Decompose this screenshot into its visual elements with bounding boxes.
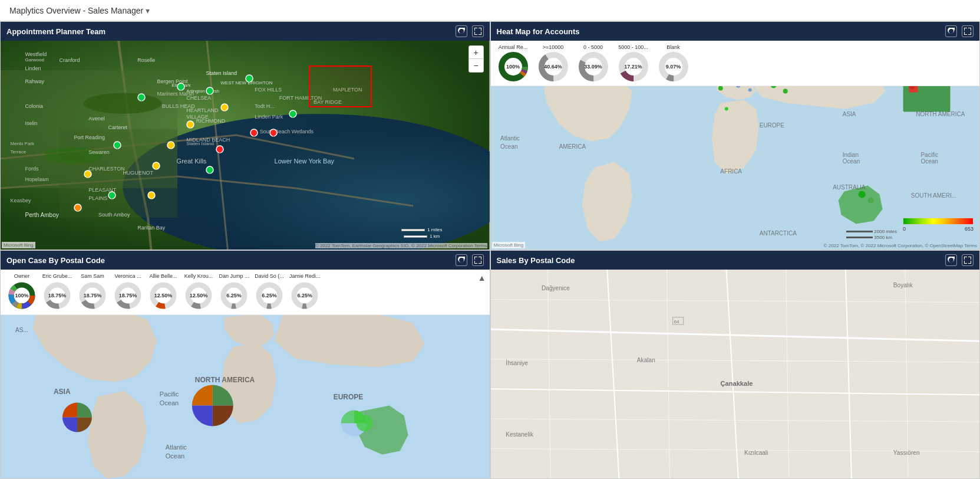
svg-point-64 xyxy=(748,88,751,92)
heatmap-attribution: © 2022 TomTom, © 2022 Microsoft Corporat… xyxy=(824,243,977,248)
marker-red-1 xyxy=(250,129,258,140)
marker-green-1 xyxy=(177,83,185,94)
svg-text:Akalan: Akalan xyxy=(636,357,655,363)
donut-dan-pct: 6.25% xyxy=(226,293,242,298)
scale-bar: 1 miles 1 km xyxy=(401,227,442,239)
svg-point-61 xyxy=(858,191,865,198)
heatmap-bing-watermark: Microsoft Bing xyxy=(492,242,526,248)
heatmap-legend: 0 653 xyxy=(903,218,974,232)
donut-david-pct: 6.25% xyxy=(262,293,277,298)
chevron-down-icon[interactable]: ▾ xyxy=(146,6,150,15)
appointment-planner-map[interactable]: Garwood Cranford Roselle Westfield Linde… xyxy=(1,41,490,250)
appointment-planner-header: Appointment Planner Team xyxy=(1,22,490,41)
svg-text:EUROPE: EUROPE xyxy=(334,393,364,401)
marker-yellow-6 xyxy=(147,191,156,203)
zoom-in-button[interactable]: + xyxy=(469,46,483,59)
svg-text:Çanakkale: Çanakkale xyxy=(720,380,753,387)
svg-text:Kızılcaali: Kızılcaali xyxy=(744,450,767,456)
donut-veronica-label: Veronica ... xyxy=(114,273,141,279)
donut-owner-label: Owner xyxy=(14,273,30,279)
marker-red-2 xyxy=(269,129,278,140)
heatmap-gradient-bar xyxy=(903,218,974,225)
sales-map[interactable]: Dağyenice Boyalık İhsaniye Akalan Çanakk… xyxy=(491,270,980,478)
donut-pct-10000: 40.64% xyxy=(544,64,562,70)
donut-label-10000: >=10000 xyxy=(543,44,564,50)
app-header: Maplytics Overview - Sales Manager ▾ xyxy=(0,0,980,21)
svg-text:Ocean: Ocean xyxy=(166,452,184,460)
donut-label-annual: Annual Re... xyxy=(499,44,528,50)
sales-map-svg: Dağyenice Boyalık İhsaniye Akalan Çanakk… xyxy=(491,270,980,478)
heatmap-donut-row: Annual Re... 100% >=10000 xyxy=(491,41,980,86)
open-case-header-icons xyxy=(456,254,484,266)
heatmap-header-icons xyxy=(945,25,974,37)
donut-pct-5000-100: 17.21% xyxy=(624,64,642,70)
donut-david: David So (... 6.25% xyxy=(254,273,285,311)
donut-jamie: Jamie Redi... 6.25% xyxy=(289,273,321,311)
donut-pct-0-5000: 33.09% xyxy=(584,64,602,70)
donut-dan: Dan Jump ... 6.25% xyxy=(219,273,249,311)
open-case-header: Open Case By Postal Code xyxy=(1,251,490,270)
donut-jamie-label: Jamie Redi... xyxy=(289,273,321,279)
donut-david-label: David So (... xyxy=(255,273,284,279)
svg-point-58 xyxy=(783,89,787,94)
heatmap-header: Heat Map for Accounts xyxy=(491,22,980,41)
marker-green-7 xyxy=(206,166,214,178)
dashboard-grid: Appointment Planner Team xyxy=(0,21,980,479)
sales-header: Sales By Postal Code xyxy=(491,251,980,270)
donut-owner-pct: 100% xyxy=(15,293,28,298)
svg-text:Dağyenice: Dağyenice xyxy=(542,285,570,291)
open-case-refresh-button[interactable] xyxy=(456,254,467,266)
donut-0-5000: 0 - 5000 33.09% xyxy=(578,44,609,82)
marker-green-4 xyxy=(245,74,253,86)
open-case-world-map[interactable]: Atlantic Ocean Pacific Ocean ASIA NORTH … xyxy=(1,315,490,478)
donut-allie: Allie Belle... 12.50% xyxy=(148,273,179,311)
donut-owner: Owner 100% xyxy=(6,273,37,311)
heatmap-expand-button[interactable] xyxy=(962,25,974,37)
donut-sam: Sam Sam 18.75% xyxy=(77,273,108,311)
sales-panel: Sales By Postal Code xyxy=(490,250,981,479)
svg-text:İhsaniye: İhsaniye xyxy=(506,359,528,366)
svg-point-60 xyxy=(724,107,728,111)
donut-label-blank: Blank xyxy=(666,44,680,50)
donut-allie-label: Allie Belle... xyxy=(149,273,177,279)
heatmap-title: Heat Map for Accounts xyxy=(497,27,580,36)
expand-button[interactable] xyxy=(472,25,484,37)
donut-kelly-pct: 12.50% xyxy=(190,293,208,298)
sales-expand-button[interactable] xyxy=(962,254,974,266)
donut-allie-pct: 12.50% xyxy=(154,293,173,298)
donut-veronica: Veronica ... 18.75% xyxy=(113,273,143,311)
heatmap-world-map[interactable]: EUROPE ASIA NORTH AMERICA SOUTH AMERI...… xyxy=(491,86,980,250)
donut-pct-blank: 9.07% xyxy=(666,64,681,70)
bing-watermark: Microsoft Bing xyxy=(2,242,35,248)
collapse-button[interactable]: ▲ xyxy=(478,273,486,283)
sales-refresh-button[interactable] xyxy=(945,254,957,266)
svg-text:Boyalık: Boyalık xyxy=(893,282,913,288)
heatmap-panel: Heat Map for Accounts Annual Re... xyxy=(490,21,981,250)
legend-max: 653 xyxy=(965,226,974,232)
svg-text:AS...: AS... xyxy=(15,327,28,333)
donut-sam-label: Sam Sam xyxy=(81,273,104,279)
svg-text:Pacific: Pacific xyxy=(160,391,179,398)
sales-title: Sales By Postal Code xyxy=(497,256,575,265)
heatmap-refresh-button[interactable] xyxy=(945,25,957,37)
app-title: Maplytics Overview - Sales Manager xyxy=(9,6,143,15)
open-case-expand-button[interactable] xyxy=(472,254,484,266)
donut-jamie-pct: 6.25% xyxy=(298,293,313,298)
appointment-planner-title: Appointment Planner Team xyxy=(6,27,105,36)
open-case-map-svg: Atlantic Ocean Pacific Ocean ASIA NORTH … xyxy=(1,315,490,478)
refresh-button[interactable] xyxy=(456,25,467,37)
marker-yellow-1 xyxy=(220,103,229,115)
donut-sam-pct: 18.75% xyxy=(84,293,102,298)
marker-yellow-5 xyxy=(84,170,92,182)
zoom-out-button[interactable]: − xyxy=(469,59,483,72)
donut-5000-100: 5000 - 100... 17.21% xyxy=(618,44,649,82)
appointment-planner-panel: Appointment Planner Team xyxy=(0,21,490,250)
marker-green-3 xyxy=(206,87,214,99)
donut-eric-label: Eric Grube... xyxy=(42,273,72,279)
donut-label-5000-100: 5000 - 100... xyxy=(618,44,648,50)
marker-green-6 xyxy=(113,141,121,153)
heatmap-scale-bar: 2000 miles 3500 km xyxy=(846,229,897,240)
marker-yellow-2 xyxy=(186,120,194,132)
open-case-donut-row: ▲ Owner 100% xyxy=(1,270,490,315)
svg-point-94 xyxy=(357,415,373,431)
